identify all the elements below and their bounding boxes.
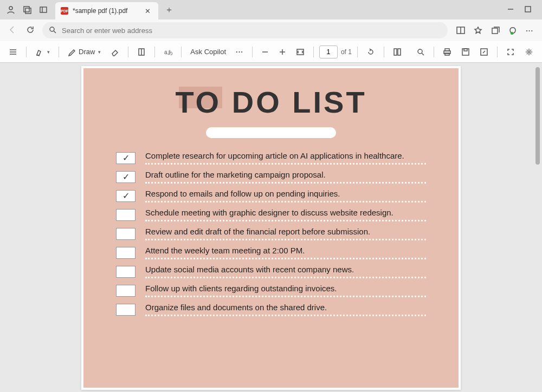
todo-checkbox[interactable]: ✓ — [116, 171, 136, 183]
dotted-line — [145, 315, 426, 316]
rotate-button[interactable] — [363, 45, 378, 58]
checkmark-icon: ✓ — [122, 172, 130, 182]
pdf-page: TO DO LIST ✓Complete research for upcomi… — [81, 66, 461, 390]
todo-checkbox[interactable] — [116, 209, 136, 221]
vertical-scrollbar[interactable] — [535, 65, 541, 390]
dotted-line — [145, 182, 426, 184]
todo-checkbox[interactable]: ✓ — [116, 190, 136, 202]
maximize-button[interactable] — [525, 6, 531, 14]
translate-button[interactable]: aあ — [160, 45, 176, 58]
dotted-line — [145, 163, 426, 165]
svg-point-25 — [418, 49, 422, 54]
svg-rect-30 — [462, 49, 469, 55]
svg-line-8 — [54, 31, 56, 33]
contents-button[interactable] — [5, 45, 21, 58]
split-screen-icon[interactable] — [456, 26, 465, 35]
dotted-line — [145, 220, 426, 221]
todo-item-text: Schedule meeting with graphic designer t… — [145, 208, 426, 219]
ask-copilot-button[interactable]: Ask Copilot — [187, 45, 229, 58]
erase-button[interactable] — [107, 45, 122, 58]
zoom-out-button[interactable] — [258, 46, 272, 58]
svg-rect-23 — [394, 49, 397, 55]
workspaces-icon[interactable] — [23, 5, 31, 14]
fit-page-button[interactable] — [293, 45, 308, 58]
todo-item-text: Update social media accounts with recent… — [145, 265, 426, 276]
zoom-in-button[interactable] — [275, 46, 289, 58]
todo-checkbox[interactable] — [116, 285, 136, 297]
read-aloud-button[interactable] — [134, 45, 149, 58]
browser-essentials-icon[interactable] — [508, 26, 517, 35]
dotted-line — [145, 296, 426, 297]
url-input-box[interactable] — [42, 22, 448, 38]
svg-rect-11 — [492, 28, 498, 34]
todo-checkbox[interactable] — [116, 228, 136, 240]
todo-item: ✓Complete research for upcoming article … — [116, 151, 426, 165]
todo-checkbox[interactable] — [116, 304, 136, 316]
todo-item: Follow up with clients regarding outstan… — [116, 284, 426, 297]
close-tab-button[interactable]: ✕ — [143, 6, 153, 16]
favorites-icon[interactable] — [474, 26, 482, 35]
more-menu-button[interactable]: ··· — [526, 27, 533, 35]
checkmark-icon: ✓ — [122, 191, 130, 201]
find-button[interactable] — [413, 45, 428, 58]
todo-item: Update social media accounts with recent… — [116, 265, 426, 278]
search-icon — [49, 26, 56, 35]
todo-checkbox[interactable]: ✓ — [116, 152, 136, 164]
svg-rect-29 — [445, 53, 449, 55]
page-number-input[interactable] — [319, 45, 338, 58]
svg-point-7 — [50, 27, 54, 31]
todo-item-text: Respond to emails and follow up on pendi… — [145, 189, 426, 200]
todo-checkbox[interactable] — [116, 266, 136, 278]
window-titlebar: PDF *sample pdf (1).pdf ✕ ＋ — [0, 0, 542, 19]
print-button[interactable] — [440, 45, 455, 58]
todo-item: Review and edit draft of the financial r… — [116, 227, 426, 240]
toolbar-more-button[interactable]: ··· — [233, 45, 247, 58]
title-underline — [206, 127, 336, 138]
tab-title: *sample pdf (1).pdf — [73, 7, 138, 15]
todo-item-text: Draft outline for the marketing campaign… — [145, 170, 426, 181]
collections-icon[interactable] — [491, 26, 500, 35]
back-button[interactable] — [5, 25, 18, 36]
todo-checkbox[interactable] — [116, 247, 136, 259]
pdf-viewer[interactable]: TO DO LIST ✓Complete research for upcomi… — [0, 63, 542, 392]
refresh-button[interactable] — [24, 25, 37, 36]
scrollbar-thumb[interactable] — [535, 67, 540, 165]
fullscreen-button[interactable] — [503, 45, 518, 58]
pdf-file-icon: PDF — [61, 7, 68, 15]
todo-item-text: Complete research for upcoming article o… — [145, 151, 426, 162]
copilot-label: Ask Copilot — [190, 48, 226, 56]
document-title: TO DO LIST — [116, 84, 426, 120]
profile-icon[interactable] — [7, 5, 15, 14]
svg-rect-3 — [40, 7, 47, 12]
svg-point-0 — [9, 6, 12, 10]
todo-item: Organize files and documents on the shar… — [116, 303, 426, 316]
draw-label: Draw — [79, 48, 95, 56]
svg-text:aあ: aあ — [164, 49, 172, 55]
minimize-button[interactable] — [507, 6, 514, 14]
svg-rect-24 — [398, 49, 401, 55]
settings-button[interactable] — [521, 45, 537, 58]
save-button[interactable] — [458, 45, 473, 58]
svg-rect-2 — [25, 8, 31, 14]
url-input[interactable] — [62, 27, 441, 35]
edit-button[interactable] — [476, 45, 492, 58]
browser-tab[interactable]: PDF *sample pdf (1).pdf ✕ — [55, 2, 158, 19]
page-total-label: of 1 — [341, 48, 352, 56]
new-tab-button[interactable]: ＋ — [163, 2, 176, 18]
draw-button[interactable]: Draw ▾ — [64, 45, 104, 58]
svg-rect-1 — [24, 6, 29, 12]
dotted-line — [145, 258, 426, 259]
todo-item-text: Follow up with clients regarding outstan… — [145, 284, 426, 295]
highlight-button[interactable]: ▾ — [32, 45, 53, 58]
todo-item: Attend the weekly team meeting at 2:00 P… — [116, 246, 426, 259]
dotted-line — [145, 277, 426, 278]
svg-rect-31 — [464, 49, 467, 51]
page-view-button[interactable] — [390, 45, 405, 58]
todo-item: ✓Draft outline for the marketing campaig… — [116, 170, 426, 184]
dotted-line — [145, 201, 426, 202]
checkmark-icon: ✓ — [122, 153, 130, 163]
todo-item: ✓Respond to emails and follow up on pend… — [116, 189, 426, 202]
todo-item-text: Attend the weekly team meeting at 2:00 P… — [145, 246, 426, 257]
tab-actions-icon[interactable] — [39, 5, 48, 14]
svg-rect-6 — [525, 6, 531, 12]
